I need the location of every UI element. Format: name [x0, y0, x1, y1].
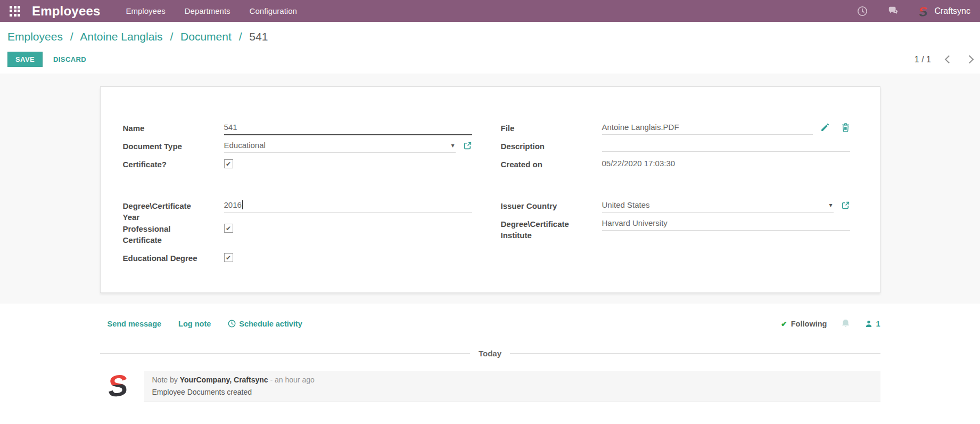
schedule-activity-button[interactable]: Schedule activity: [228, 320, 302, 328]
file-input[interactable]: Antoine Langlais.PDF: [602, 122, 813, 135]
pager-value: 1 / 1: [915, 55, 931, 64]
degree-year-label: Degree\Certificate Year: [123, 200, 203, 223]
pager-previous-icon[interactable]: [945, 55, 953, 64]
form-view: Name 541 Document Type Educational ▾: [0, 74, 980, 304]
created-on-label: Created on: [501, 158, 581, 170]
user-name: Craftsync: [934, 6, 970, 16]
certificate-label: Certificate?: [123, 158, 203, 170]
company-logo-icon: S S S: [918, 5, 930, 18]
chevron-down-icon[interactable]: ▾: [829, 201, 833, 209]
control-panel: SAVE DISCARD 1 / 1: [0, 46, 980, 74]
breadcrumb: Employees / Antoine Langlais / Document …: [0, 22, 980, 46]
discard-button[interactable]: DISCARD: [53, 55, 86, 63]
certificate-checkbox[interactable]: ✔: [224, 159, 233, 168]
educational-degree-checkbox[interactable]: ✔: [224, 253, 233, 262]
institute-input[interactable]: Harvard University: [602, 218, 850, 231]
message-prefix: Note by: [152, 376, 180, 384]
issuer-country-select[interactable]: United States ▾: [602, 200, 834, 213]
educational-degree-label: Educational Degree: [123, 252, 203, 264]
field-row-document-type: Document Type Educational ▾: [123, 140, 472, 158]
form-sheet: Name 541 Document Type Educational ▾: [100, 86, 880, 293]
document-type-label: Document Type: [123, 140, 203, 152]
log-note-button[interactable]: Log note: [178, 320, 211, 328]
internal-link-icon[interactable]: [841, 201, 850, 210]
breadcrumb-current: 541: [249, 30, 268, 43]
field-row-file: File Antoine Langlais.PDF: [501, 122, 850, 140]
top-navbar: Employees Employees Departments Configur…: [0, 0, 980, 22]
clock-icon: [228, 320, 236, 328]
send-message-button[interactable]: Send message: [108, 320, 162, 328]
message-author[interactable]: YourCompany, Craftsync: [180, 376, 268, 384]
field-row-name: Name 541: [123, 122, 472, 140]
field-row-description: Description: [501, 140, 850, 158]
app-title: Employees: [32, 4, 101, 19]
field-row-educational-degree: Educational Degree ✔: [123, 252, 472, 270]
name-label: Name: [123, 122, 203, 134]
followers-button[interactable]: 1: [864, 320, 880, 328]
message-text: Employee Documents created: [152, 388, 872, 396]
pager: 1 / 1: [915, 55, 973, 64]
breadcrumb-employee-name[interactable]: Antoine Langlais: [80, 30, 162, 43]
bell-icon[interactable]: [841, 319, 851, 329]
professional-certificate-checkbox[interactable]: ✔: [224, 224, 233, 233]
messages-icon[interactable]: [888, 6, 899, 17]
document-type-select[interactable]: Educational ▾: [224, 140, 456, 153]
issuer-country-label: Issuer Country: [501, 200, 581, 211]
field-row-professional-certificate: Professional Certificate ✔: [123, 223, 472, 246]
user-menu[interactable]: S S S Craftsync: [919, 5, 970, 17]
date-divider-label: Today: [470, 349, 510, 358]
activity-clock-icon[interactable]: [857, 6, 868, 17]
breadcrumb-employees[interactable]: Employees: [7, 30, 63, 43]
following-toggle[interactable]: ✔ Following: [781, 320, 827, 328]
follower-person-icon: [864, 320, 873, 328]
nav-item-employees[interactable]: Employees: [126, 6, 166, 15]
followers-count: 1: [876, 320, 880, 328]
breadcrumb-document[interactable]: Document: [180, 30, 232, 43]
chatter-message: S S S Note by YourCompany, Craftsync - a…: [100, 371, 880, 402]
institute-label: Degree\Certificate Institute: [501, 218, 581, 241]
field-row-created-on: Created on 05/22/2020 17:03:30: [501, 158, 850, 176]
form-left-column: Name 541 Document Type Educational ▾: [123, 122, 472, 270]
form-right-column: File Antoine Langlais.PDF: [501, 122, 850, 270]
chevron-down-icon[interactable]: ▾: [451, 142, 455, 149]
field-row-institute: Degree\Certificate Institute Harvard Uni…: [501, 218, 850, 241]
file-label: File: [501, 122, 581, 134]
name-input[interactable]: 541: [224, 122, 472, 135]
internal-link-icon[interactable]: [463, 141, 472, 150]
description-input[interactable]: [602, 140, 850, 152]
text-cursor: [242, 200, 243, 209]
pager-next-icon[interactable]: [966, 55, 974, 64]
field-row-certificate: Certificate? ✔: [123, 158, 472, 176]
description-label: Description: [501, 140, 581, 152]
field-row-degree-year: Degree\Certificate Year 2016: [123, 200, 472, 223]
field-row-issuer-country: Issuer Country United States ▾: [501, 200, 850, 218]
message-timestamp: - an hour ago: [268, 376, 315, 384]
professional-certificate-label: Professional Certificate: [123, 223, 203, 246]
edit-pencil-icon[interactable]: [820, 123, 829, 132]
delete-trash-icon[interactable]: [841, 123, 850, 132]
nav-item-configuration[interactable]: Configuration: [250, 6, 297, 15]
date-divider: Today: [100, 349, 880, 358]
degree-year-input[interactable]: 2016: [224, 200, 472, 213]
message-body: Note by YourCompany, Craftsync - an hour…: [144, 371, 880, 402]
apps-grid-icon[interactable]: [10, 6, 20, 17]
save-button[interactable]: SAVE: [7, 52, 43, 67]
avatar: S S S: [106, 370, 133, 399]
nav-item-departments[interactable]: Departments: [185, 6, 230, 15]
chatter: Send message Log note Schedule activity …: [100, 304, 880, 402]
created-on-value: 05/22/2020 17:03:30: [602, 158, 850, 170]
nav-menu: Employees Departments Configuration: [126, 6, 297, 15]
check-icon: ✔: [781, 320, 787, 328]
